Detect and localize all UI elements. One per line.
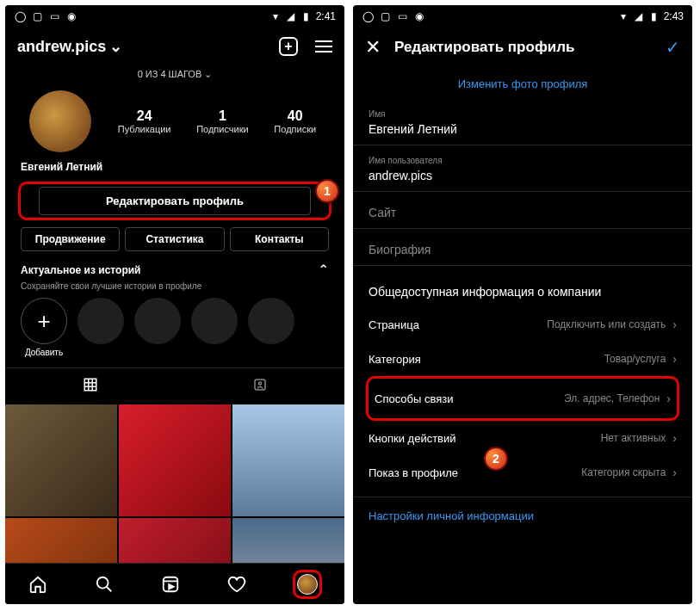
post-thumb[interactable] [232, 404, 344, 516]
svg-rect-0 [84, 379, 96, 391]
row-label: Способы связи [375, 392, 453, 405]
chevron-right-icon: › [672, 466, 677, 479]
svg-point-6 [258, 382, 261, 385]
highlights-title: Актуальное из историй [21, 264, 140, 276]
username-dropdown[interactable]: andrew.pics ⌄ [17, 37, 122, 56]
tab-grid[interactable] [5, 368, 175, 404]
signal-icon: ◢ [285, 10, 297, 22]
chevron-right-icon: › [672, 431, 677, 445]
page-title: Редактировать профиль [394, 39, 574, 56]
signal-icon: ◢ [633, 10, 645, 22]
row-value: Нет активных [601, 432, 666, 444]
field-placeholder: Сайт [369, 202, 677, 225]
edit-profile-screen: ◯ ▢ ▭ ◉ ▾ ◢ ▮ 2:43 ✕ Редактировать профи… [353, 5, 692, 604]
field-value: andrew.pics [369, 165, 677, 188]
profile-header: andrew.pics ⌄ + [5, 28, 344, 65]
row-label: Страница [369, 318, 419, 331]
row-label: Категория [369, 353, 421, 366]
display-name: Евгений Летний [5, 156, 344, 182]
profile-stats-row: 24Публикации 1Подписчики 40Подписки [5, 87, 344, 156]
row-value: Эл. адрес, Телефон [564, 392, 660, 404]
avatar[interactable] [29, 90, 91, 152]
personal-info-settings-link[interactable]: Настройки личной информации [353, 497, 692, 534]
chevron-down-icon: ⌄ [109, 37, 122, 56]
reels-icon [161, 575, 180, 594]
nav-profile[interactable] [297, 574, 318, 595]
badge-1: 1 [315, 179, 339, 203]
field-label: Имя [369, 109, 677, 119]
post-thumb[interactable] [119, 404, 231, 516]
wifi-icon: ▾ [269, 10, 282, 22]
chevron-down-icon: ⌄ [204, 69, 212, 79]
svg-marker-11 [169, 584, 174, 589]
tv-icon: ▭ [396, 10, 408, 22]
camera-icon: ▢ [379, 10, 391, 22]
wifi-icon: ▾ [617, 10, 629, 22]
battery-icon: ▮ [648, 10, 660, 22]
create-button[interactable]: + [279, 37, 298, 56]
username-label: andrew.pics [17, 38, 106, 56]
add-highlight[interactable]: +Добавить [21, 298, 67, 357]
nav-activity[interactable] [226, 574, 247, 595]
opera-icon: ◯ [14, 10, 26, 22]
status-bar: ◯ ▢ ▭ ◉ ▾ ◢ ▮ 2:41 [5, 5, 344, 28]
row-category[interactable]: Категория Товар/услуга › [353, 342, 692, 376]
onboarding-steps[interactable]: 0 ИЗ 4 ШАГОВ ⌄ [5, 65, 344, 87]
profile-screen: ◯ ▢ ▭ ◉ ▾ ◢ ▮ 2:41 andrew.pics ⌄ + 0 ИЗ … [5, 5, 344, 604]
nav-home[interactable] [28, 574, 48, 595]
callout-1: Редактировать профиль [18, 182, 331, 220]
change-photo-link[interactable]: Изменить фото профиля [353, 67, 692, 104]
field-label: Имя пользователя [369, 156, 677, 165]
stat-followers[interactable]: 1Подписчики [196, 108, 249, 134]
svg-point-7 [97, 577, 108, 588]
edit-profile-button[interactable]: Редактировать профиль [39, 187, 311, 215]
nav-reels[interactable] [160, 574, 181, 595]
search-icon [95, 575, 114, 594]
website-field[interactable]: Сайт [353, 197, 692, 229]
name-field[interactable]: Имя Евгений Летний [353, 104, 692, 145]
insights-button[interactable]: Статистика [125, 227, 224, 251]
row-value: Категория скрыта [581, 466, 666, 478]
highlight-placeholder [248, 298, 294, 344]
row-action-buttons[interactable]: Кнопки действий Нет активных › [353, 421, 692, 455]
menu-button[interactable] [315, 40, 332, 52]
tab-tagged[interactable] [175, 368, 344, 404]
tv-icon: ▭ [48, 10, 60, 22]
badge-2: 2 [484, 447, 508, 471]
battery-icon: ▮ [300, 10, 313, 22]
row-label: Показ в профиле [369, 466, 458, 479]
highlight-placeholder [134, 298, 181, 344]
camera-icon: ▢ [31, 10, 43, 22]
svg-line-8 [107, 586, 112, 591]
row-label: Кнопки действий [369, 432, 456, 445]
grid-icon [83, 377, 98, 392]
row-value: Товар/услуга [604, 353, 666, 365]
promote-button[interactable]: Продвижение [21, 227, 120, 251]
callout-profile-tab [293, 570, 322, 599]
post-thumb[interactable] [5, 404, 117, 516]
highlight-placeholder [191, 298, 238, 344]
profile-icon [297, 574, 318, 595]
edit-header: ✕ Редактировать профиль ✓ [353, 28, 692, 67]
stat-following[interactable]: 40Подписки [274, 108, 316, 134]
chevron-right-icon: › [672, 352, 677, 366]
stat-posts[interactable]: 24Публикации [118, 108, 171, 134]
chevron-right-icon: › [672, 318, 677, 331]
highlights-subtitle: Сохраняйте свои лучшие истории в профиле [5, 281, 344, 298]
bio-field[interactable]: Биография [353, 234, 692, 266]
row-contact-methods[interactable]: Способы связи Эл. адрес, Телефон › [371, 381, 674, 416]
close-button[interactable]: ✕ [365, 36, 381, 59]
opera-icon: ◯ [362, 10, 374, 22]
company-section-title: Общедоступная информация о компании [353, 271, 692, 307]
highlights-header[interactable]: Актуальное из историй ⌃ [5, 258, 344, 281]
chevron-up-icon: ⌃ [318, 262, 329, 278]
tagged-icon [252, 377, 268, 392]
username-field[interactable]: Имя пользователя andrew.pics [353, 151, 692, 192]
nav-search[interactable] [94, 574, 115, 595]
row-profile-display[interactable]: Показ в профиле Категория скрыта › [353, 455, 692, 490]
contacts-button[interactable]: Контакты [230, 227, 329, 251]
row-page[interactable]: Страница Подключить или создать › [353, 307, 692, 342]
shazam-icon: ◉ [413, 10, 425, 22]
home-icon [28, 575, 47, 594]
confirm-button[interactable]: ✓ [666, 37, 680, 58]
